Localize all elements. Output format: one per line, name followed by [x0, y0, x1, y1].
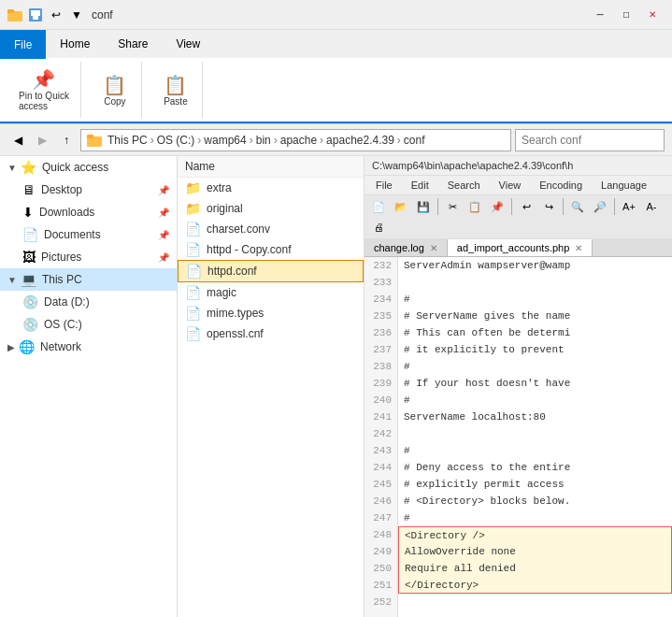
up-button[interactable]: ↑	[56, 130, 77, 151]
sidebar-item-desktop[interactable]: 🖥 Desktop 📌	[0, 179, 177, 201]
sidebar-label-this-pc: This PC	[42, 273, 82, 286]
toolbar-find-btn[interactable]: 🔍	[567, 197, 588, 216]
path-os-c[interactable]: OS (C:)	[157, 134, 195, 147]
editor-tab-change-log[interactable]: change.log ✕	[365, 239, 448, 256]
path-bin[interactable]: bin	[256, 134, 271, 147]
sidebar-item-data-d[interactable]: 💿 Data (D:)	[0, 291, 177, 313]
file-list-header: Name	[178, 156, 364, 178]
copy-button[interactable]: 📋 Copy	[96, 72, 134, 108]
toolbar-zoom-in-btn[interactable]: A+	[619, 197, 639, 216]
editor-menu-search[interactable]: Search	[444, 178, 484, 193]
pin-downloads-icon: 📌	[158, 208, 169, 218]
toolbar-print-btn[interactable]: 🖨	[368, 218, 389, 237]
ribbon-group-clipboard: 📋 Copy	[89, 62, 142, 118]
sidebar-item-network[interactable]: ▶ 🌐 Network	[0, 336, 177, 358]
path-apache-version[interactable]: apache2.4.39	[326, 134, 394, 147]
back-button[interactable]: ◀	[7, 130, 28, 151]
ribbon-group-pin: 📌 Pin to Quickaccess	[7, 62, 81, 118]
file-item-httpd-conf[interactable]: 📄 httpd.conf	[178, 260, 364, 282]
file-item-charset-conv[interactable]: 📄 charset.conv	[178, 219, 364, 239]
sidebar-item-documents[interactable]: 📄 Documents 📌	[0, 223, 177, 246]
toolbar-cut-btn[interactable]: ✂	[442, 197, 463, 216]
toolbar-copy-btn[interactable]: 📋	[465, 197, 485, 216]
svg-rect-3	[31, 10, 40, 16]
tab-file[interactable]: File	[0, 30, 46, 59]
network-icon: 🌐	[19, 339, 35, 354]
pin-to-quick-access-button[interactable]: 📌 Pin to Quickaccess	[15, 66, 73, 113]
code-line: ServerAdmin wampserver@wamp	[398, 257, 672, 274]
close-change-log-icon[interactable]: ✕	[430, 243, 437, 253]
os-c-icon: 💿	[22, 317, 38, 332]
toolbar-redo-btn[interactable]: ↪	[538, 197, 559, 216]
pictures-icon: 🖼	[22, 250, 36, 265]
quick-access-icon: ⭐	[21, 160, 36, 175]
title-bar-undo-icon[interactable]: ↩	[49, 7, 64, 22]
toolbar-save-btn[interactable]: 💾	[413, 197, 434, 216]
file-item-extra[interactable]: 📁 extra	[178, 178, 364, 198]
code-line: #	[398, 358, 672, 375]
address-path[interactable]: This PC › OS (C:) › wamp64 › bin › apach…	[80, 129, 511, 151]
maximize-button[interactable]: □	[614, 6, 638, 24]
toolbar-replace-btn[interactable]: 🔎	[590, 197, 610, 216]
sidebar-item-os-c[interactable]: 💿 OS (C:)	[0, 313, 177, 336]
file-item-magic[interactable]: 📄 magic	[178, 282, 364, 303]
file-icon-charset: 📄	[185, 222, 201, 237]
paste-icon: 📋	[164, 74, 187, 96]
sidebar-item-downloads[interactable]: ⬇ Downloads 📌	[0, 201, 177, 223]
file-name-magic: magic	[207, 286, 236, 299]
path-apache[interactable]: apache	[280, 134, 317, 147]
file-icon-mime-types: 📄	[185, 306, 201, 321]
toolbar-undo-btn[interactable]: ↩	[516, 197, 536, 216]
window-controls: ─ □ ✕	[588, 6, 665, 24]
close-ad-import-icon[interactable]: ✕	[575, 243, 582, 253]
file-item-mime-types[interactable]: 📄 mime.types	[178, 303, 364, 323]
code-lines: ServerAdmin wampserver@wamp## ServerName…	[398, 257, 672, 617]
title-bar-icons: ↩ ▼	[7, 7, 84, 22]
sidebar-item-this-pc[interactable]: ▼ 💻 This PC	[0, 268, 177, 291]
editor-content[interactable]: 2322332342352362372382392402412422432442…	[365, 257, 672, 617]
editor-menu-file[interactable]: File	[372, 178, 396, 193]
title-bar-dropdown-icon[interactable]: ▼	[69, 7, 84, 22]
title-bar-save-icon[interactable]	[28, 7, 43, 22]
file-item-original[interactable]: 📁 original	[178, 198, 364, 219]
path-conf[interactable]: conf	[404, 134, 425, 147]
title-bar: ↩ ▼ conf ─ □ ✕	[0, 0, 672, 30]
search-input[interactable]	[515, 129, 665, 151]
toolbar-zoom-out-btn[interactable]: A-	[641, 197, 662, 216]
close-button[interactable]: ✕	[640, 6, 665, 24]
editor-tab-ad-import[interactable]: ad_import_accounts.php ✕	[448, 239, 593, 256]
file-icon-openssl-cnf: 📄	[185, 326, 201, 341]
editor-menu-edit[interactable]: Edit	[407, 178, 433, 193]
pin-documents-icon: 📌	[158, 230, 169, 240]
path-wamp64[interactable]: wamp64	[204, 134, 246, 147]
minimize-button[interactable]: ─	[588, 6, 612, 24]
tab-home[interactable]: Home	[46, 30, 104, 58]
ribbon-group-paste: 📋 Paste	[150, 62, 203, 118]
editor-menu-view[interactable]: View	[495, 178, 525, 193]
pin-icon: 📌	[32, 68, 55, 91]
title-text: conf	[92, 8, 113, 22]
folder-icon-original: 📁	[185, 201, 201, 216]
code-line: #	[398, 291, 672, 308]
paste-button[interactable]: 📋 Paste	[157, 72, 194, 108]
ribbon: File Home Share View 📌 Pin to Quickacces…	[0, 30, 672, 124]
code-line: #	[398, 442, 672, 459]
file-item-httpd-copy[interactable]: 📄 httpd - Copy.conf	[178, 239, 364, 260]
tab-view[interactable]: View	[162, 30, 214, 58]
file-item-openssl-cnf[interactable]: 📄 openssl.cnf	[178, 323, 364, 344]
path-this-pc[interactable]: This PC	[107, 134, 148, 147]
sidebar-item-pictures[interactable]: 🖼 Pictures 📌	[0, 246, 177, 268]
editor-menu-language[interactable]: Language	[597, 178, 651, 193]
toolbar-new-btn[interactable]: 📄	[368, 197, 389, 216]
tab-share[interactable]: Share	[104, 30, 162, 58]
editor-tab-label-ad-import: ad_import_accounts.php	[457, 242, 569, 253]
sidebar-label-desktop: Desktop	[41, 183, 82, 196]
sidebar-label-documents: Documents	[44, 228, 101, 241]
toolbar-open-btn[interactable]: 📂	[391, 197, 411, 216]
editor-menu-encoding[interactable]: Encoding	[536, 178, 586, 193]
sidebar-item-quick-access[interactable]: ▼ ⭐ Quick access	[0, 156, 177, 179]
toolbar-paste-btn[interactable]: 📌	[487, 197, 508, 216]
forward-button[interactable]: ▶	[32, 130, 52, 151]
sidebar-label-network: Network	[40, 340, 81, 353]
sidebar-label-data-d: Data (D:)	[44, 295, 90, 308]
